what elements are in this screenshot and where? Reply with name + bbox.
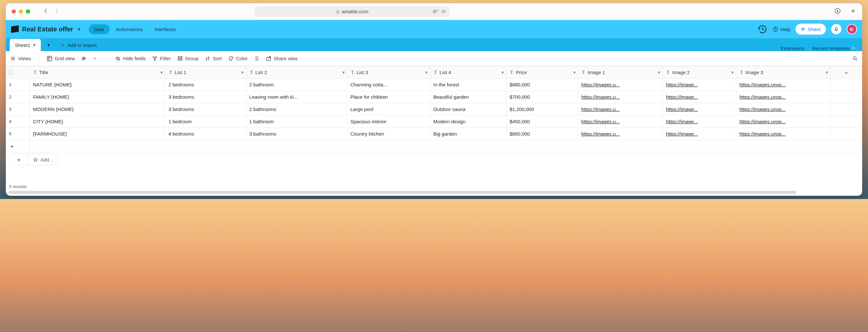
cell-list2[interactable]: 1 bathroom (246, 115, 347, 128)
notifications-button[interactable] (831, 24, 841, 34)
column-list2[interactable]: List 2▾ (246, 66, 347, 79)
cell-image3[interactable]: https://images.unsp... (736, 79, 831, 91)
column-image3[interactable]: Image 3▾ (736, 66, 831, 79)
column-list1[interactable]: List 1▾ (165, 66, 246, 79)
cell-image2[interactable]: https://image... (663, 79, 736, 91)
cell-list2[interactable]: Leaving room with ki... (246, 91, 347, 103)
cell-list4[interactable]: Outdoor sauna (430, 103, 506, 115)
cell-price[interactable]: $450,000 (506, 115, 578, 128)
add-record-button[interactable]: ＋ (10, 154, 28, 165)
chevron-down-icon[interactable]: ▾ (658, 70, 660, 75)
cell-list2[interactable]: 3 bathrooms (246, 128, 347, 140)
cell-image2[interactable]: https://image... (663, 115, 736, 128)
tab-sheet1[interactable]: Sheet1 ▾ (10, 39, 41, 51)
cell-empty[interactable] (831, 103, 862, 115)
views-button[interactable]: Views (10, 56, 31, 61)
row-number[interactable]: 3 (6, 103, 29, 115)
cell-image3[interactable]: https://images.unsp... (736, 115, 831, 128)
add-column-button[interactable]: ＋ (831, 66, 862, 79)
cell-list4[interactable]: Big garden (430, 128, 506, 140)
column-image2[interactable]: Image 2▾ (663, 66, 736, 79)
cell-empty[interactable] (831, 115, 862, 128)
cell-image2[interactable]: https://image... (663, 128, 736, 140)
cell-image2[interactable]: https://image... (663, 103, 736, 115)
nav-interfaces[interactable]: Interfaces (149, 24, 181, 34)
row-number[interactable]: 1 (6, 79, 29, 91)
history-icon[interactable] (757, 24, 768, 34)
airtable-logo-icon[interactable] (11, 25, 19, 33)
cell-image3[interactable]: https://images.unsp... (736, 103, 831, 115)
cell-list2[interactable]: 2 bathrooms (246, 103, 347, 115)
chevron-down-icon[interactable]: ▾ (160, 70, 163, 75)
cell-list1[interactable]: 4 bedrooms (165, 128, 246, 140)
cell-list3[interactable]: Large pool (347, 103, 430, 115)
cell-title[interactable]: FAMILY {HOME} (29, 91, 165, 103)
chevron-down-icon[interactable]: ▾ (425, 70, 428, 75)
record-templates-button[interactable]: Record templates ✦ (812, 45, 856, 51)
back-button[interactable] (44, 8, 48, 15)
column-image1[interactable]: Image 1▾ (578, 66, 663, 79)
group-button[interactable]: Group (178, 56, 199, 61)
cell-list1[interactable]: 3 bedrooms (165, 103, 246, 115)
add-or-import-button[interactable]: ＋ Add or import (56, 39, 101, 51)
tab-menu-button[interactable]: ▾ (43, 39, 54, 51)
hide-fields-button[interactable]: Hide fields (115, 56, 146, 61)
cell-price[interactable]: $680,000 (506, 79, 578, 91)
chevron-down-icon[interactable]: ▾ (826, 70, 828, 75)
cell-price[interactable]: $700,000 (506, 91, 578, 103)
table-row[interactable]: 4CITY {HOME}1 bedroom1 bathroomSpacious … (6, 115, 862, 128)
cell-list3[interactable]: Spacious interior (347, 115, 430, 128)
help-button[interactable]: Help (773, 27, 790, 32)
reload-icon[interactable]: ⟳ (442, 9, 446, 14)
chevron-down-icon[interactable]: ▾ (573, 70, 576, 75)
column-title[interactable]: Title▾ (29, 66, 165, 79)
downloads-icon[interactable] (834, 8, 841, 15)
cell-list3[interactable]: Place for children (347, 91, 430, 103)
sort-button[interactable]: Sort (205, 56, 222, 61)
avatar[interactable]: K (847, 24, 857, 34)
maximize-window-button[interactable] (26, 9, 30, 13)
cell-list1[interactable]: 1 bedroom (165, 115, 246, 128)
filter-button[interactable]: Filter (152, 56, 171, 61)
cell-list2[interactable]: 2 bathroom (246, 79, 347, 91)
cell-list1[interactable]: 2 bedrooms (165, 79, 246, 91)
add-record-options-button[interactable]: Add... (28, 154, 59, 165)
column-price[interactable]: Price▾ (506, 66, 578, 79)
row-height-button[interactable] (254, 56, 259, 61)
cell-list3[interactable]: Charming cotta... (347, 79, 430, 91)
extensions-button[interactable]: Extensions (780, 46, 804, 51)
table-row[interactable]: 2FAMILY {HOME}3 bedroomsLeaving room wit… (6, 91, 862, 103)
cell-empty[interactable] (831, 79, 862, 91)
cell-image2[interactable]: https://image... (663, 91, 736, 103)
chevron-down-icon[interactable]: ▾ (731, 70, 734, 75)
grid-area[interactable]: Title▾ List 1▾ List 2▾ List 3▾ List 4▾ P… (6, 66, 862, 184)
column-list3[interactable]: List 3▾ (347, 66, 430, 79)
cell-list4[interactable]: Beautiful garden (430, 91, 506, 103)
cell-list4[interactable]: In the forest (430, 79, 506, 91)
cell-price[interactable]: $1,200,000 (506, 103, 578, 115)
chevron-down-icon[interactable]: ▾ (501, 70, 504, 75)
base-name[interactable]: Real Estate offer (22, 26, 73, 33)
address-bar[interactable]: airtable.com ⊞ᴬ ⟳ (255, 6, 449, 17)
cell-title[interactable]: NATURE {HOME} (29, 79, 165, 91)
color-button[interactable]: Color (228, 56, 248, 61)
base-menu-chevron-icon[interactable]: ▾ (78, 26, 80, 32)
cell-image3[interactable]: https://images.unsp... (736, 128, 831, 140)
add-row[interactable]: ＋ (6, 140, 862, 153)
chevron-down-icon[interactable]: ▾ (241, 70, 244, 75)
nav-data[interactable]: Data (89, 24, 110, 34)
cell-title[interactable]: CITY {HOME} (29, 115, 165, 128)
cell-image1[interactable]: https://images.u... (578, 103, 663, 115)
row-number[interactable]: 2 (6, 91, 29, 103)
search-button[interactable] (852, 56, 858, 61)
share-button[interactable]: Share (796, 24, 826, 35)
share-view-button[interactable]: Share view (266, 56, 298, 61)
table-row[interactable]: 5{FARMHOUSE}4 bedrooms3 bathroomsCountry… (6, 128, 862, 140)
cell-title[interactable]: {FARMHOUSE} (29, 128, 165, 140)
cell-list3[interactable]: Country kitchen (347, 128, 430, 140)
cell-price[interactable]: $890,000 (506, 128, 578, 140)
select-all-checkbox[interactable] (6, 66, 29, 79)
translate-icon[interactable]: ⊞ᴬ (433, 9, 438, 14)
cell-empty[interactable] (831, 91, 862, 103)
table-row[interactable]: 3MODERN {HOME}3 bedrooms2 bathroomsLarge… (6, 103, 862, 115)
